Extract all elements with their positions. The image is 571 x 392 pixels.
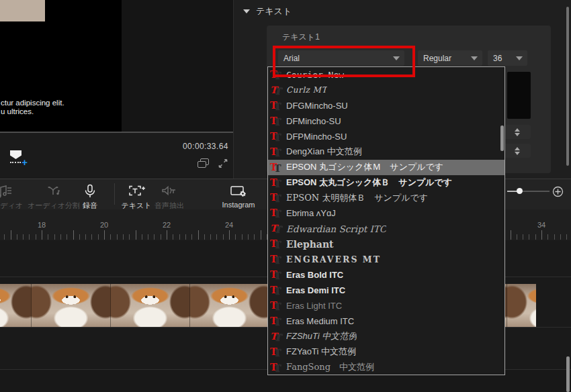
detach-window-button[interactable]	[197, 158, 210, 168]
font-option-label: Edwardian Script ITC	[286, 224, 386, 234]
text-color-swatch[interactable]	[507, 72, 531, 119]
ruler-tick-minor	[4, 234, 5, 240]
ruler-tick-minor	[523, 234, 523, 240]
ruler-tick-minor	[48, 234, 48, 240]
caption-line: ctur adipiscing elit.	[1, 99, 64, 107]
audio-mixer-icon	[0, 184, 12, 199]
font-option[interactable]: TTDFPMincho-SU	[268, 129, 504, 144]
ruler-tick-minor	[148, 234, 148, 240]
font-option[interactable]: TTEras Light ITC	[268, 298, 504, 313]
fullscreen-button[interactable]	[218, 158, 228, 168]
chevron-down-icon	[471, 56, 478, 60]
clip-thumbnail[interactable]	[190, 284, 269, 327]
truetype-icon: TT	[270, 300, 283, 311]
font-option[interactable]: TTEdwardian Script ITC	[268, 221, 504, 236]
font-style-value: Regular	[423, 54, 451, 63]
font-option[interactable]: TTDFGMincho-SU	[268, 98, 504, 113]
font-option-label: EPSON 丸ゴシック体Ｍ サンプルです	[286, 161, 443, 173]
value-spinner[interactable]	[504, 144, 531, 158]
font-option[interactable]: TTCurlz MT	[268, 83, 504, 98]
spin-down-icon[interactable]	[515, 152, 520, 155]
value-spinner[interactable]	[504, 125, 531, 139]
spin-down-icon[interactable]	[515, 133, 520, 136]
ruler-tick-major	[198, 230, 199, 240]
font-option[interactable]: TTEPSON 太丸ゴシック体Ｂ サンプルです	[268, 175, 504, 191]
toolbar-item-text[interactable]: テキスト	[120, 184, 152, 209]
font-option[interactable]: TTEbrima ʌYɑJ	[268, 205, 504, 221]
spin-up-icon[interactable]	[515, 128, 520, 132]
font-option[interactable]: TTElephant	[268, 236, 504, 252]
font-option[interactable]: TTEras Bold ITC	[268, 267, 504, 283]
ruler-tick-major	[229, 230, 230, 240]
ruler-tick-minor	[79, 234, 80, 240]
ruler-label: 34	[533, 221, 550, 229]
panel-scrollbar[interactable]	[566, 7, 569, 166]
ruler-tick-major	[11, 230, 11, 240]
font-option[interactable]: TTDFMincho-SU	[268, 113, 504, 129]
font-family-dropdown-list: TTCourier NewTTCurlz MTTTDFGMincho-SUTTD…	[267, 66, 505, 375]
ruler-tick-minor	[216, 234, 217, 240]
dropdown-scrollbar[interactable]	[500, 126, 504, 151]
font-option[interactable]: TTFangSong 中文范例	[268, 360, 504, 375]
marker-dots	[10, 162, 21, 163]
clip-thumbnail[interactable]	[111, 284, 190, 327]
text-section-header[interactable]: テキスト	[243, 5, 292, 17]
tracks-scrollbar[interactable]	[566, 356, 570, 392]
ruler-tick-minor	[235, 234, 236, 240]
font-option-label: FZYaoTi 中文范例	[286, 346, 356, 358]
playback-timestamp: 00:00:33.64	[183, 142, 228, 151]
timeline-zoom-slider[interactable]	[507, 190, 550, 193]
truetype-icon: TT	[270, 131, 283, 142]
preview-caption: ctur adipiscing elit. u ultrices.	[1, 99, 64, 116]
font-option[interactable]: TTEPSON 太明朝体Ｂ サンプルです	[268, 191, 504, 206]
ruler-tick-minor	[129, 234, 130, 240]
font-option[interactable]: TTEras Demi ITC	[268, 283, 504, 298]
slider-handle[interactable]	[517, 188, 523, 194]
font-option[interactable]: TTEPSON 丸ゴシック体Ｍ サンプルです	[268, 160, 504, 175]
ruler-tick-minor	[60, 234, 61, 240]
font-option[interactable]: TTFZYaoTi 中文范例	[268, 344, 504, 360]
clip-thumbnail[interactable]	[0, 284, 32, 327]
video-preview[interactable]: ctur adipiscing elit. u ultrices.	[0, 0, 122, 132]
preview-area: ctur adipiscing elit. u ultrices.	[0, 0, 234, 132]
ruler-label: 22	[159, 221, 175, 229]
truetype-icon: TT	[270, 346, 283, 358]
font-option-label: DengXian 中文范例	[286, 146, 362, 158]
ruler-label: 20	[96, 221, 112, 229]
clip-thumbnail[interactable]	[507, 284, 536, 327]
ruler-tick-minor	[36, 234, 36, 240]
truetype-icon: TT	[270, 269, 283, 281]
ruler-tick-minor	[535, 234, 536, 240]
font-size-select[interactable]: 36	[488, 50, 527, 66]
spin-up-icon[interactable]	[515, 147, 520, 150]
font-option[interactable]: TTFZShuTi 中文范例	[268, 329, 504, 344]
toolbar-label: オーディオ	[0, 201, 23, 209]
expand-icon	[218, 158, 228, 168]
toolbar-item-instagram[interactable]: Instagram	[216, 184, 261, 209]
ruler-tick-minor	[254, 234, 255, 240]
toolbar-item-audio-extract[interactable]: 音声抽出	[153, 184, 185, 209]
font-option[interactable]: TTENGRAVERS MT	[268, 252, 504, 267]
ruler-tick-minor	[98, 234, 99, 240]
toolbar-item-record[interactable]: 録音	[74, 184, 106, 209]
ruler-tick-major	[167, 230, 167, 240]
ruler-tick-minor	[154, 234, 155, 240]
font-option-label: Eras Medium ITC	[286, 316, 354, 326]
font-style-select[interactable]: Regular	[418, 50, 482, 66]
ruler-tick-minor	[191, 234, 192, 240]
video-editor-window: ctur adipiscing elit. u ultrices. + 00:0…	[0, 0, 571, 392]
ruler-tick-minor	[566, 234, 567, 240]
font-option-label: Curlz MT	[286, 85, 327, 95]
zoom-in-button[interactable]	[552, 186, 564, 197]
truetype-icon: TT	[270, 192, 283, 203]
ruler-tick-minor	[185, 234, 186, 240]
ruler-tick-minor	[161, 234, 161, 240]
toolbar-divider	[114, 183, 115, 205]
font-option[interactable]: TTDengXian 中文范例	[268, 144, 504, 160]
add-marker-button[interactable]: +	[10, 150, 22, 165]
clip-thumbnail[interactable]	[32, 284, 111, 327]
ruler-tick-minor	[517, 234, 517, 240]
font-option[interactable]: TTEras Medium ITC	[268, 313, 504, 329]
font-option-label: Ebrima ʌYɑJ	[286, 208, 336, 218]
ruler-tick-minor	[547, 234, 548, 240]
